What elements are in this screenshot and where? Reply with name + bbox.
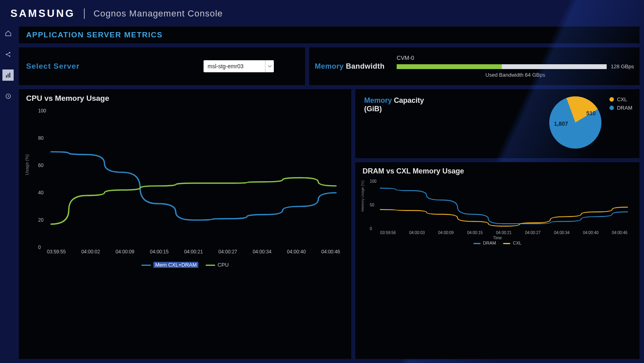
cpu-memory-chart: Usage (%) 02040608010003:59:5504:00:0204… xyxy=(30,108,340,261)
dram-cxl-chart: Memory Usage (%) 05010003:59:5604:00:030… xyxy=(364,179,631,240)
cpu-memory-ylabel: Usage (%) xyxy=(24,154,29,175)
select-server-label: Select Server xyxy=(26,62,79,71)
svg-rect-3 xyxy=(6,75,6,77)
legend-item[interactable]: CXL xyxy=(503,241,521,245)
memory-capacity-unit: (GiB) xyxy=(364,105,424,113)
dram-cxl-legend: DRAMCXL xyxy=(363,241,632,245)
cpu-memory-legend: Mem CXL+DRAMCPU xyxy=(26,262,344,268)
memory-capacity-legend: CXLDRAM xyxy=(609,96,632,113)
cpu-memory-chart-title: CPU vs Memory Usage xyxy=(26,94,344,103)
legend-item[interactable]: DRAM xyxy=(609,105,632,111)
select-server-value: msl-stg-emr03 xyxy=(204,63,265,69)
bandwidth-bar xyxy=(397,64,607,69)
header-divider xyxy=(84,8,85,19)
bandwidth-used-label: Used Bandwidth 64 GBps xyxy=(397,72,634,78)
content: APPLICATION SERVER METRICS Select Server… xyxy=(16,24,644,363)
memory-bandwidth-title: Memory Bandwidth xyxy=(315,62,385,71)
sidebar xyxy=(0,24,16,363)
header-subtitle: Cognos Management Console xyxy=(94,8,223,19)
svg-rect-4 xyxy=(8,73,8,77)
sidebar-item-share[interactable] xyxy=(2,49,14,60)
bandwidth-max-label: 128 GBps xyxy=(611,63,634,69)
memory-capacity-title: Memory Capacity xyxy=(364,96,424,105)
share-icon xyxy=(5,51,12,58)
home-icon xyxy=(5,30,12,37)
page-title-panel: APPLICATION SERVER METRICS xyxy=(18,26,640,44)
memory-capacity-panel: Memory Capacity (GiB) 5101,807 CXLDRAM xyxy=(355,89,640,159)
chart-icon xyxy=(5,72,12,79)
header: SAMSUNG Cognos Management Console xyxy=(0,0,644,24)
sidebar-item-home[interactable] xyxy=(2,28,14,39)
legend-item[interactable]: CXL xyxy=(609,96,632,102)
memory-capacity-pie: 5101,807 xyxy=(549,96,601,149)
dram-cxl-chart-panel: DRAM vs CXL Memory Usage Memory Usage (%… xyxy=(355,162,640,359)
legend-item[interactable]: CPU xyxy=(206,262,228,268)
legend-item[interactable]: Mem CXL+DRAM xyxy=(141,262,198,268)
page-title: APPLICATION SERVER METRICS xyxy=(26,31,632,39)
dram-cxl-chart-title: DRAM vs CXL Memory Usage xyxy=(363,167,632,175)
clock-icon xyxy=(5,93,12,100)
select-server-panel: Select Server msl-stg-emr03 xyxy=(18,47,306,86)
brand-logo: SAMSUNG xyxy=(10,7,75,20)
sidebar-item-history[interactable] xyxy=(2,90,14,102)
sidebar-item-metrics[interactable] xyxy=(2,69,14,81)
memory-bandwidth-panel: Memory Bandwidth CVM-0 128 GBps Used Ban… xyxy=(309,47,640,86)
chevron-down-icon xyxy=(265,60,274,72)
select-server-dropdown[interactable]: msl-stg-emr03 xyxy=(204,60,274,72)
legend-item[interactable]: DRAM xyxy=(473,241,496,245)
bandwidth-bar-fill xyxy=(397,64,502,69)
cpu-memory-chart-panel: CPU vs Memory Usage Usage (%) 0204060801… xyxy=(18,89,352,359)
bandwidth-node-label: CVM-0 xyxy=(397,55,634,61)
svg-rect-5 xyxy=(9,73,10,77)
